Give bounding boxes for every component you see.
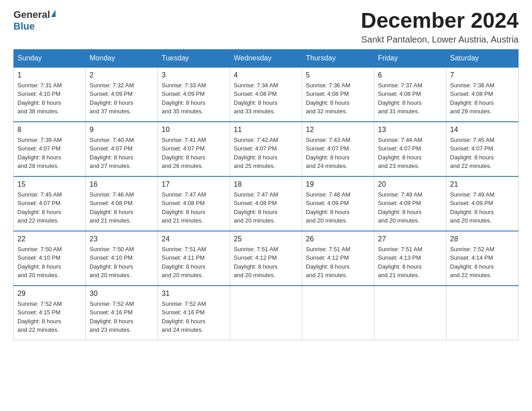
logo-triangle-icon (51, 10, 56, 17)
calendar-cell: 27 Sunrise: 7:51 AM Sunset: 4:13 PM Dayl… (374, 231, 446, 286)
day-info: Sunrise: 7:50 AM Sunset: 4:10 PM Dayligh… (17, 245, 82, 280)
logo-blue-text: Blue (13, 21, 35, 32)
day-info: Sunrise: 7:43 AM Sunset: 4:07 PM Dayligh… (306, 136, 370, 171)
day-number: 8 (17, 126, 82, 134)
day-number: 1 (17, 71, 82, 79)
logo-general-text: General (13, 9, 50, 21)
day-number: 26 (306, 235, 370, 243)
day-number: 19 (306, 180, 370, 188)
day-info: Sunrise: 7:51 AM Sunset: 4:13 PM Dayligh… (378, 245, 442, 280)
calendar-cell: 17 Sunrise: 7:47 AM Sunset: 4:08 PM Dayl… (158, 176, 230, 231)
day-number: 16 (90, 180, 154, 188)
calendar-cell: 1 Sunrise: 7:31 AM Sunset: 4:10 PM Dayli… (14, 67, 86, 122)
header-thursday: Thursday (302, 49, 374, 67)
header-monday: Monday (86, 49, 158, 67)
calendar-cell: 26 Sunrise: 7:51 AM Sunset: 4:12 PM Dayl… (302, 231, 374, 286)
calendar-cell: 25 Sunrise: 7:51 AM Sunset: 4:12 PM Dayl… (230, 231, 302, 286)
calendar-cell: 22 Sunrise: 7:50 AM Sunset: 4:10 PM Dayl… (14, 231, 86, 286)
month-title: December 2024 (361, 9, 519, 33)
day-info: Sunrise: 7:40 AM Sunset: 4:07 PM Dayligh… (90, 136, 154, 171)
day-info: Sunrise: 7:38 AM Sunset: 4:08 PM Dayligh… (450, 81, 515, 116)
day-number: 27 (378, 235, 442, 243)
calendar-cell: 2 Sunrise: 7:32 AM Sunset: 4:09 PM Dayli… (86, 67, 158, 122)
day-info: Sunrise: 7:36 AM Sunset: 4:08 PM Dayligh… (306, 81, 370, 116)
day-number: 28 (450, 235, 515, 243)
day-info: Sunrise: 7:42 AM Sunset: 4:07 PM Dayligh… (234, 136, 298, 171)
calendar-cell: 21 Sunrise: 7:49 AM Sunset: 4:09 PM Dayl… (446, 176, 519, 231)
day-number: 14 (450, 126, 515, 134)
location-subtitle: Sankt Pantaleon, Lower Austria, Austria (361, 34, 519, 45)
calendar-cell: 13 Sunrise: 7:44 AM Sunset: 4:07 PM Dayl… (374, 122, 446, 176)
day-info: Sunrise: 7:49 AM Sunset: 4:09 PM Dayligh… (450, 190, 515, 225)
calendar-cell: 20 Sunrise: 7:49 AM Sunset: 4:09 PM Dayl… (374, 176, 446, 231)
day-number: 24 (162, 235, 226, 243)
calendar-cell (302, 286, 374, 340)
day-info: Sunrise: 7:33 AM Sunset: 4:09 PM Dayligh… (162, 81, 226, 116)
calendar-cell: 18 Sunrise: 7:47 AM Sunset: 4:08 PM Dayl… (230, 176, 302, 231)
title-area: December 2024 Sankt Pantaleon, Lower Aus… (361, 9, 519, 45)
day-info: Sunrise: 7:50 AM Sunset: 4:10 PM Dayligh… (90, 245, 154, 280)
day-number: 2 (90, 71, 154, 79)
day-info: Sunrise: 7:32 AM Sunset: 4:09 PM Dayligh… (90, 81, 154, 116)
calendar-week-row-5: 29 Sunrise: 7:52 AM Sunset: 4:15 PM Dayl… (14, 286, 519, 340)
day-number: 6 (378, 71, 442, 79)
day-number: 15 (17, 180, 82, 188)
calendar-cell (374, 286, 446, 340)
calendar-cell: 12 Sunrise: 7:43 AM Sunset: 4:07 PM Dayl… (302, 122, 374, 176)
calendar-cell: 14 Sunrise: 7:45 AM Sunset: 4:07 PM Dayl… (446, 122, 519, 176)
day-number: 11 (234, 126, 298, 134)
day-number: 9 (90, 126, 154, 134)
logo: General Blue (13, 9, 56, 32)
calendar-cell: 28 Sunrise: 7:52 AM Sunset: 4:14 PM Dayl… (446, 231, 519, 286)
day-info: Sunrise: 7:49 AM Sunset: 4:09 PM Dayligh… (378, 190, 442, 225)
day-info: Sunrise: 7:47 AM Sunset: 4:08 PM Dayligh… (162, 190, 226, 225)
calendar-cell: 10 Sunrise: 7:41 AM Sunset: 4:07 PM Dayl… (158, 122, 230, 176)
header-friday: Friday (374, 49, 446, 67)
calendar-cell: 8 Sunrise: 7:39 AM Sunset: 4:07 PM Dayli… (14, 122, 86, 176)
day-number: 3 (162, 71, 226, 79)
day-info: Sunrise: 7:45 AM Sunset: 4:07 PM Dayligh… (17, 190, 82, 225)
day-info: Sunrise: 7:51 AM Sunset: 4:12 PM Dayligh… (234, 245, 298, 280)
day-info: Sunrise: 7:52 AM Sunset: 4:16 PM Dayligh… (90, 300, 154, 334)
calendar-week-row-2: 8 Sunrise: 7:39 AM Sunset: 4:07 PM Dayli… (14, 122, 519, 176)
day-info: Sunrise: 7:37 AM Sunset: 4:08 PM Dayligh… (378, 81, 442, 116)
calendar-week-row-4: 22 Sunrise: 7:50 AM Sunset: 4:10 PM Dayl… (14, 231, 519, 286)
day-number: 12 (306, 126, 370, 134)
day-number: 21 (450, 180, 515, 188)
day-info: Sunrise: 7:39 AM Sunset: 4:07 PM Dayligh… (17, 136, 82, 171)
calendar-cell: 29 Sunrise: 7:52 AM Sunset: 4:15 PM Dayl… (14, 286, 86, 340)
calendar-cell: 5 Sunrise: 7:36 AM Sunset: 4:08 PM Dayli… (302, 67, 374, 122)
calendar-cell: 16 Sunrise: 7:46 AM Sunset: 4:08 PM Dayl… (86, 176, 158, 231)
day-info: Sunrise: 7:41 AM Sunset: 4:07 PM Dayligh… (162, 136, 226, 171)
day-number: 10 (162, 126, 226, 134)
day-number: 23 (90, 235, 154, 243)
calendar-cell: 19 Sunrise: 7:48 AM Sunset: 4:09 PM Dayl… (302, 176, 374, 231)
calendar-cell: 4 Sunrise: 7:34 AM Sunset: 4:08 PM Dayli… (230, 67, 302, 122)
page-header: General Blue December 2024 Sankt Pantale… (13, 9, 519, 45)
calendar-cell: 9 Sunrise: 7:40 AM Sunset: 4:07 PM Dayli… (86, 122, 158, 176)
day-number: 30 (90, 290, 154, 298)
calendar-cell: 7 Sunrise: 7:38 AM Sunset: 4:08 PM Dayli… (446, 67, 519, 122)
calendar-cell: 24 Sunrise: 7:51 AM Sunset: 4:11 PM Dayl… (158, 231, 230, 286)
calendar-cell: 23 Sunrise: 7:50 AM Sunset: 4:10 PM Dayl… (86, 231, 158, 286)
day-number: 25 (234, 235, 298, 243)
calendar-week-row-3: 15 Sunrise: 7:45 AM Sunset: 4:07 PM Dayl… (14, 176, 519, 231)
day-number: 13 (378, 126, 442, 134)
day-number: 5 (306, 71, 370, 79)
calendar-cell (446, 286, 519, 340)
day-number: 18 (234, 180, 298, 188)
day-info: Sunrise: 7:45 AM Sunset: 4:07 PM Dayligh… (450, 136, 515, 171)
calendar-cell: 31 Sunrise: 7:52 AM Sunset: 4:16 PM Dayl… (158, 286, 230, 340)
day-number: 22 (17, 235, 82, 243)
calendar-table: Sunday Monday Tuesday Wednesday Thursday… (13, 49, 519, 340)
day-info: Sunrise: 7:48 AM Sunset: 4:09 PM Dayligh… (306, 190, 370, 225)
weekday-header-row: Sunday Monday Tuesday Wednesday Thursday… (14, 49, 519, 67)
day-number: 20 (378, 180, 442, 188)
day-info: Sunrise: 7:31 AM Sunset: 4:10 PM Dayligh… (17, 81, 82, 116)
day-info: Sunrise: 7:46 AM Sunset: 4:08 PM Dayligh… (90, 190, 154, 225)
header-sunday: Sunday (14, 49, 86, 67)
day-info: Sunrise: 7:52 AM Sunset: 4:14 PM Dayligh… (450, 245, 515, 280)
calendar-cell: 3 Sunrise: 7:33 AM Sunset: 4:09 PM Dayli… (158, 67, 230, 122)
calendar-cell (230, 286, 302, 340)
header-tuesday: Tuesday (158, 49, 230, 67)
